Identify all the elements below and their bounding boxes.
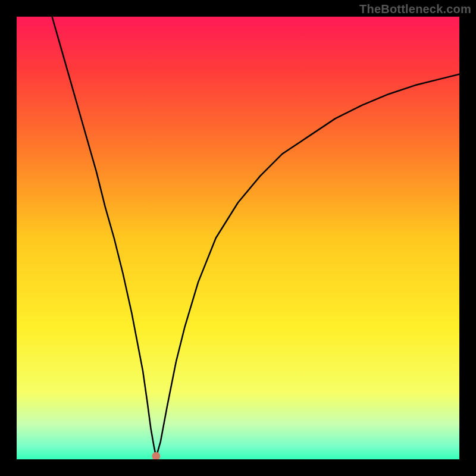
gradient-bg: [17, 17, 459, 459]
chart-container: TheBottleneck.com: [0, 0, 476, 476]
plot-frame: [17, 17, 459, 459]
chart-svg: [17, 17, 459, 459]
watermark-label: TheBottleneck.com: [359, 2, 471, 16]
